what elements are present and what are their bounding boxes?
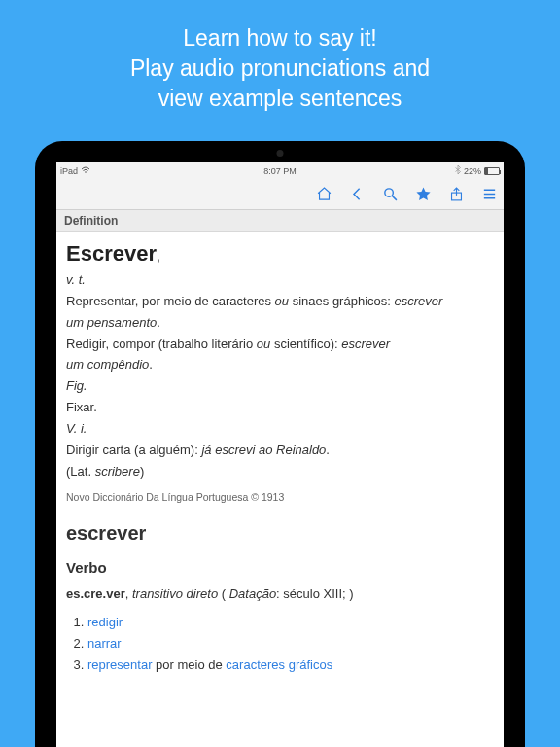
entry-block: escrever Verbo es.cre.ver, transitivo di… — [66, 519, 494, 675]
sense-item: representar por meio de caracteres gráfi… — [88, 657, 494, 675]
part-of-speech-heading: Verbo — [66, 557, 494, 579]
def-text: . — [326, 443, 330, 457]
wifi-icon — [81, 166, 90, 176]
sense-text: por meio de — [152, 658, 226, 672]
def-text: Redigir, compor (trabalho literário — [66, 337, 257, 351]
device-frame: iPad 8:07 PM 22% — [35, 141, 525, 747]
toolbar — [56, 179, 504, 210]
battery-icon — [484, 167, 500, 175]
headword: Escrever — [66, 241, 157, 266]
def-text: . — [149, 357, 153, 372]
part-of-speech: V. i. — [66, 420, 494, 439]
dating-label: Datação — [229, 587, 276, 601]
headword-comma: , — [157, 248, 160, 264]
definition-line: um pensamento. — [66, 314, 494, 333]
home-icon[interactable] — [315, 186, 332, 203]
search-icon[interactable] — [381, 186, 399, 203]
dating-open: ( — [218, 587, 229, 601]
def-ital: ou — [275, 294, 289, 308]
etymology: (Lat. scribere) — [66, 463, 494, 481]
definition-line: um compêndio. — [66, 356, 494, 374]
def-ital: um compêndio — [66, 357, 149, 372]
back-icon[interactable] — [348, 186, 366, 203]
def-ital: um pensamento — [66, 315, 157, 330]
def-ital: escrever — [341, 337, 390, 351]
def-text: sinaes gráphicos: — [289, 294, 394, 308]
bluetooth-icon — [455, 165, 461, 176]
def-ital: escrever — [394, 294, 442, 308]
sense-link[interactable]: representar — [88, 658, 152, 672]
definition-line: Representar, por meio de caracteres ou s… — [66, 293, 494, 311]
definition-line: Fixar. — [66, 399, 494, 417]
svg-point-1 — [384, 189, 393, 197]
syllabification-line: es.cre.ver, transitivo direto ( Datação:… — [66, 586, 494, 604]
definition-line: Redigir, compor (trabalho literário ou s… — [66, 336, 494, 354]
promo-line: Play audio pronunciations and — [19, 53, 541, 84]
etym-word: scribere — [95, 464, 140, 479]
carrier-label: iPad — [60, 166, 78, 176]
sense-item: redigir — [88, 614, 494, 632]
share-icon[interactable] — [447, 186, 465, 203]
svg-point-0 — [85, 171, 87, 173]
entry-block: Escrever, v. t. Representar, por meio de… — [66, 238, 494, 506]
section-header: Definition — [56, 210, 504, 232]
clock: 8:07 PM — [263, 166, 297, 176]
battery-pct: 22% — [464, 166, 481, 176]
menu-icon[interactable] — [480, 186, 498, 203]
content-area: Escrever, v. t. Representar, por meio de… — [56, 232, 504, 690]
promo-line: view example sentences — [19, 84, 541, 114]
promo-text: Learn how to say it! Play audio pronunci… — [0, 0, 560, 141]
def-text: . — [157, 315, 160, 330]
favorite-icon[interactable] — [414, 186, 432, 203]
sense-item: narrar — [88, 635, 494, 654]
sense-link[interactable]: redigir — [88, 615, 122, 629]
grammar-note: transitivo direto — [132, 587, 218, 601]
sep: , — [125, 587, 132, 601]
screen: iPad 8:07 PM 22% — [56, 162, 504, 747]
syllabification: es.cre.ver — [66, 587, 125, 601]
sense-link[interactable]: caracteres gráficos — [226, 658, 332, 672]
copyright: Novo Diccionário Da Língua Portuguesa © … — [66, 490, 494, 505]
dating-value: : século XIII; ) — [276, 587, 353, 601]
promo-line: Learn how to say it! — [19, 23, 541, 53]
def-ital: ou — [257, 337, 270, 351]
part-of-speech: v. t. — [66, 271, 494, 290]
def-text: Dirigir carta (a alguém): — [66, 443, 201, 457]
etym-text: ) — [140, 464, 144, 479]
definition-line: Dirigir carta (a alguém): já escrevi ao … — [66, 442, 494, 460]
sense-link[interactable]: narrar — [88, 636, 122, 651]
label-fig: Fig. — [66, 377, 494, 396]
etym-text: (Lat. — [66, 464, 95, 479]
def-text: scientífico): — [270, 337, 341, 351]
def-ital: já escrevi ao Reinaldo — [201, 443, 326, 457]
headword: escrever — [66, 519, 494, 548]
status-bar: iPad 8:07 PM 22% — [56, 162, 504, 179]
senses-list: redigir narrar representar por meio de c… — [88, 614, 494, 675]
device-camera — [277, 150, 284, 157]
def-text: Representar, por meio de caracteres — [66, 294, 275, 308]
